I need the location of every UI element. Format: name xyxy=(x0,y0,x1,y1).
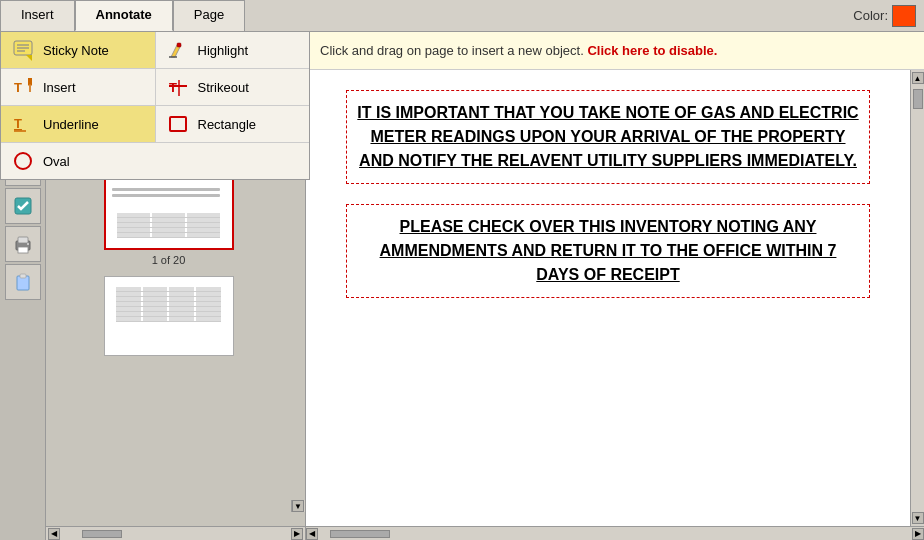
svg-rect-34 xyxy=(18,247,28,253)
scroll-down-arrow[interactable]: ▼ xyxy=(912,512,924,524)
svg-point-35 xyxy=(27,243,29,245)
info-bar-link[interactable]: Click here to disable. xyxy=(587,43,717,58)
svg-text:T: T xyxy=(14,116,22,131)
highlight-icon xyxy=(166,38,190,62)
info-bar-text: Click and drag on page to insert a new o… xyxy=(320,43,584,58)
doc-hscroll-right[interactable]: ▶ xyxy=(912,528,924,540)
svg-point-17 xyxy=(15,153,31,169)
right-scrollbar[interactable]: ▲ ▼ xyxy=(910,70,924,526)
doc-content[interactable]: IT IS IMPORTANT THAT YOU TAKE NOTE OF GA… xyxy=(306,70,910,526)
bottom-scrollbar[interactable]: ◀ ▶ xyxy=(306,526,924,540)
sidebar-icon-clipboard[interactable] xyxy=(5,264,41,300)
insert-label: Insert xyxy=(43,80,76,95)
thumb-hscroll-right[interactable]: ▶ xyxy=(291,528,303,540)
doc-text-block-2: PLEASE CHECK OVER THIS INVENTORY NOTING … xyxy=(346,204,870,298)
doc-text-1: IT IS IMPORTANT THAT YOU TAKE NOTE OF GA… xyxy=(357,101,859,173)
tab-bar: Insert Annotate Page Color: xyxy=(0,0,924,32)
thumb-hscroll[interactable]: ◀ ▶ xyxy=(46,526,305,540)
doc-text-2: PLEASE CHECK OVER THIS INVENTORY NOTING … xyxy=(357,215,859,287)
menu-item-strikeout[interactable]: T Strikeout xyxy=(156,69,310,105)
menu-row-2: T Insert T Strikeout xyxy=(1,69,309,106)
doc-text-block-1: IT IS IMPORTANT THAT YOU TAKE NOTE OF GA… xyxy=(346,90,870,184)
underline-label: Underline xyxy=(43,117,99,132)
sidebar-icon-print[interactable] xyxy=(5,226,41,262)
menu-item-highlight[interactable]: Highlight xyxy=(156,32,310,68)
menu-item-oval[interactable]: Oval xyxy=(1,143,155,179)
menu-item-underline[interactable]: T Underline xyxy=(1,106,155,142)
color-label-area: Color: xyxy=(853,0,924,31)
svg-marker-1 xyxy=(26,55,32,61)
color-label-text: Color: xyxy=(853,8,888,23)
thumb-scroll-down[interactable]: ▼ xyxy=(292,500,304,512)
menu-item-insert[interactable]: T Insert xyxy=(1,69,155,105)
rectangle-label: Rectangle xyxy=(198,117,257,132)
strikeout-icon: T xyxy=(166,75,190,99)
thumb-hscroll-left[interactable]: ◀ xyxy=(48,528,60,540)
rectangle-icon xyxy=(166,112,190,136)
annotate-menu: Sticky Note Highlight T I xyxy=(0,32,310,180)
thumb-hscroll-track xyxy=(62,529,289,539)
oval-icon xyxy=(11,149,35,173)
sticky-note-icon xyxy=(11,38,35,62)
thumb-1-label: 1 of 20 xyxy=(152,254,186,266)
tab-page[interactable]: Page xyxy=(173,0,245,31)
highlight-label: Highlight xyxy=(198,43,249,58)
tab-annotate[interactable]: Annotate xyxy=(75,0,173,31)
color-swatch[interactable] xyxy=(892,5,916,27)
menu-row-1: Sticky Note Highlight xyxy=(1,32,309,69)
sticky-note-label: Sticky Note xyxy=(43,43,109,58)
info-bar: Click and drag on page to insert a new o… xyxy=(310,32,924,70)
svg-rect-7 xyxy=(177,43,181,47)
sidebar-icon-check[interactable] xyxy=(5,188,41,224)
svg-rect-37 xyxy=(20,274,26,278)
menu-row-4: Oval xyxy=(1,143,309,179)
scroll-track xyxy=(912,84,924,512)
thumbnail-2[interactable] xyxy=(104,276,234,356)
strikeout-label: Strikeout xyxy=(198,80,249,95)
svg-text:T: T xyxy=(169,80,177,95)
doc-view: IT IS IMPORTANT THAT YOU TAKE NOTE OF GA… xyxy=(306,70,924,540)
menu-row-3: T Underline Rectangle xyxy=(1,106,309,143)
menu-item-rectangle[interactable]: Rectangle xyxy=(156,106,310,142)
insert-text-icon: T xyxy=(11,75,35,99)
thumb-hscroll-thumb[interactable] xyxy=(82,530,122,538)
scroll-thumb[interactable] xyxy=(913,89,923,109)
doc-hscroll-thumb[interactable] xyxy=(330,530,390,538)
tab-insert[interactable]: Insert xyxy=(0,0,75,31)
oval-label: Oval xyxy=(43,154,70,169)
doc-row: IT IS IMPORTANT THAT YOU TAKE NOTE OF GA… xyxy=(306,70,924,526)
svg-text:T: T xyxy=(14,80,22,95)
thumb-img-2 xyxy=(104,276,234,356)
svg-rect-33 xyxy=(18,237,28,243)
svg-rect-16 xyxy=(170,117,186,131)
menu-item-sticky-note[interactable]: Sticky Note xyxy=(1,32,155,68)
scroll-up-arrow[interactable]: ▲ xyxy=(912,72,924,84)
doc-hscroll-left[interactable]: ◀ xyxy=(306,528,318,540)
doc-hscroll-track xyxy=(320,529,910,539)
underline-icon: T xyxy=(11,112,35,136)
